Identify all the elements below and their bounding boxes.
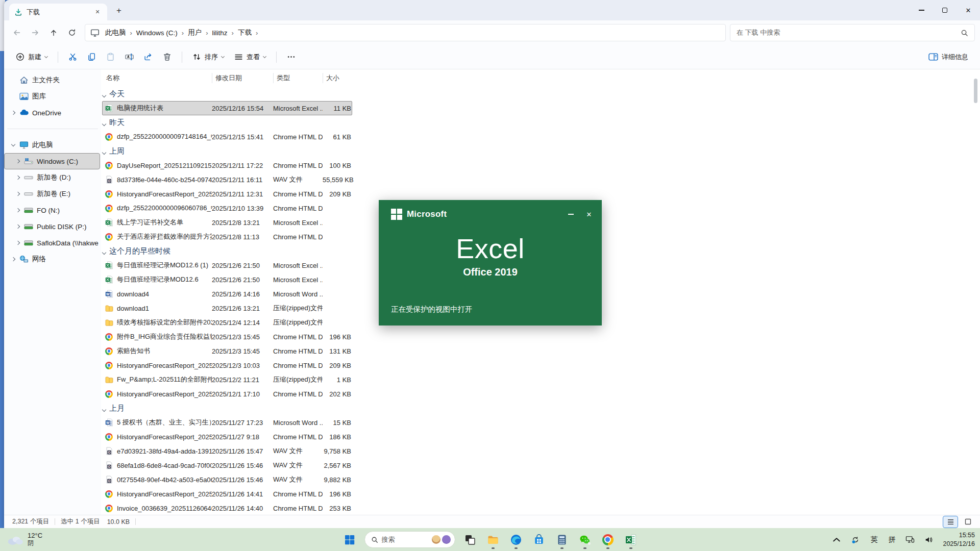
explorer-tab-downloads[interactable]: 下载 ✕ [9,4,107,20]
file-row[interactable]: 关于酒店差评拦截效率的提升方案 (1)2025/12/8 11:13Chrome… [102,230,352,244]
weather-widget[interactable]: 12°C 阴 [7,528,42,551]
file-row[interactable]: HistoryandForecastReport_20251201...2025… [102,387,352,401]
file-row[interactable]: Wdownload42025/12/6 14:16Microsoft Word … [102,287,352,301]
taskbar-calculator-icon[interactable] [552,530,572,550]
sidebar-item-this-pc[interactable]: 此电脑 [4,137,100,153]
column-header-type[interactable]: 类型 [273,73,323,83]
taskbar-search-input[interactable]: 搜索 [364,531,455,548]
start-button[interactable] [339,530,360,550]
file-row[interactable]: 索赔告知书2025/12/3 15:45Chrome HTML D...131 … [102,344,352,358]
details-view-toggle[interactable] [943,516,958,528]
file-row[interactable]: DayUseReport_202512110921572025/12/11 17… [102,158,352,172]
taskbar-explorer-icon[interactable] [483,530,503,550]
tab-close-icon[interactable]: ✕ [93,8,102,17]
file-row[interactable]: 每日值班经理记录MOD12.62025/12/6 21:50Microsoft … [102,272,352,287]
chevron-right-icon[interactable] [12,258,19,261]
up-button[interactable] [45,24,62,41]
file-row[interactable]: 线上学习证书补交名单2025/12/8 13:21Microsoft Excel… [102,215,352,230]
breadcrumb-item[interactable]: 下载 [234,27,255,39]
breadcrumb-item[interactable]: 用户 [184,27,205,39]
file-row[interactable]: HistoryandForecastReport_20251126...2025… [102,487,352,501]
folder-search-input[interactable]: 在 下载 中搜索 [730,24,975,41]
sidebar-item-fo-n[interactable]: FO (N:) [4,202,100,218]
sidebar-item-volume-e[interactable]: 新加卷 (E:) [4,186,100,202]
taskbar-store-icon[interactable] [529,530,549,550]
hidden-icons-chevron[interactable] [830,532,843,547]
file-row[interactable]: download12025/12/6 13:21压缩(zipped)文件... [102,301,352,315]
sidebar-item-public-p[interactable]: Public DISK (P:) [4,218,100,235]
sidebar-item-windows-c[interactable]: Windows (C:) [4,153,100,169]
taskbar-edge-icon[interactable] [506,530,526,550]
file-row[interactable]: e7d03921-38fd-49a4-adda-139186b...2025/1… [102,444,352,458]
sidebar-item-volume-d[interactable]: 新加卷 (D:) [4,169,100,186]
sidebar-item-saflok[interactable]: SaflokData (\\hakwe [4,235,100,251]
breadcrumb-item[interactable]: 此电脑 [102,27,130,39]
forward-button[interactable] [27,24,44,41]
chevron-right-icon[interactable] [16,176,23,179]
chevron-right-icon[interactable] [16,225,23,228]
chevron-right-icon[interactable] [16,241,23,244]
file-row[interactable]: HistoryandForecastReport_20251127...2025… [102,430,352,444]
chevron-right-icon[interactable] [16,160,23,163]
group-header[interactable]: 上周 [101,144,980,158]
column-header-size[interactable]: 大小 [323,73,352,83]
back-button[interactable] [8,24,26,41]
file-row[interactable]: HistoryandForecastReport_20251203...2025… [102,358,352,372]
minimize-button[interactable] [910,0,933,20]
view-button[interactable]: 查看 [230,48,271,66]
delete-button[interactable] [158,48,176,66]
new-tab-button[interactable]: + [111,3,127,18]
share-button[interactable] [139,48,157,66]
volume-icon[interactable] [923,532,935,547]
large-icons-view-toggle[interactable] [961,516,975,528]
column-header-name[interactable]: 名称 [101,73,212,83]
file-row[interactable]: 绩效考核指标设定的全部附件202512042025/12/4 12:14压缩(z… [102,315,352,330]
maximize-button[interactable] [933,0,957,20]
chevron-right-icon[interactable] [16,192,23,195]
group-header[interactable]: 今天 [101,87,980,101]
breadcrumb-item[interactable]: lilithz [209,28,231,38]
chevron-right-icon[interactable] [12,111,19,114]
file-row[interactable]: dzfp_25522000000097148164_中国交...2025/12/… [102,130,352,144]
sidebar-item-home[interactable]: 主文件夹 [4,72,100,88]
rename-button[interactable] [120,48,138,66]
column-header-date[interactable]: 修改日期 [212,73,273,83]
file-row[interactable]: dzfp_25522000000096060786_中国国...2025/12/… [102,201,352,215]
sync-status-icon[interactable] [849,532,862,547]
file-row[interactable]: HistoryandForecastReport_20251211...2025… [102,187,352,201]
breadcrumb-bar[interactable]: 此电脑›Windows (C:)›用户›lilithz›下载› [85,24,726,41]
file-row[interactable]: 8d373f6e-044e-460c-b254-0974f6e3...2025/… [102,172,352,187]
scrollbar[interactable] [974,70,977,509]
group-header[interactable]: 昨天 [101,115,980,130]
sidebar-item-network[interactable]: 网络 [4,251,100,267]
file-row[interactable]: 附件B_IHG商业综合责任险权益转让书 12025/12/3 15:45Chro… [102,330,352,344]
copy-button[interactable] [83,48,101,66]
chevron-down-icon[interactable] [12,144,19,146]
taskbar-taskview-icon[interactable] [460,530,480,550]
new-button[interactable]: 新建 [11,48,52,66]
paste-button[interactable] [102,48,119,66]
file-row[interactable]: 每日值班经理记录MOD12.6 (1)2025/12/6 21:50Micros… [102,258,352,272]
chevron-right-icon[interactable] [16,209,23,212]
file-row[interactable]: 68efa1d8-6de8-4cad-9cad-70f00373...2025/… [102,458,352,472]
more-options-button[interactable] [282,48,300,66]
cut-button[interactable] [64,48,82,66]
sort-button[interactable]: 排序 [188,48,229,66]
group-header[interactable]: 上月 [101,401,980,415]
sidebar-item-onedrive[interactable]: OneDrive [4,105,100,121]
file-row[interactable]: 电脑使用统计表2025/12/16 15:54Microsoft Excel .… [102,101,352,115]
breadcrumb-item[interactable]: Windows (C:) [133,28,181,38]
ime-english-indicator[interactable]: 英 [868,535,879,544]
scrollbar-thumb[interactable] [974,79,977,103]
splash-minimize-button[interactable] [563,208,578,220]
taskbar-chrome-icon[interactable] [598,530,618,550]
refresh-button[interactable] [63,24,81,41]
taskbar-clock[interactable]: 15:55 2025/12/16 [943,531,975,548]
ime-pinyin-indicator[interactable]: 拼 [886,535,897,544]
taskbar-wechat-icon[interactable] [575,530,595,550]
file-row[interactable]: 0f275548-90ef-4b42-a503-e5a06c760...2025… [102,472,352,487]
sidebar-item-gallery[interactable]: 图库 [4,88,100,105]
splash-close-button[interactable]: ✕ [581,208,597,220]
taskbar-excelapp-icon[interactable] [621,530,641,550]
network-icon[interactable] [904,532,916,547]
